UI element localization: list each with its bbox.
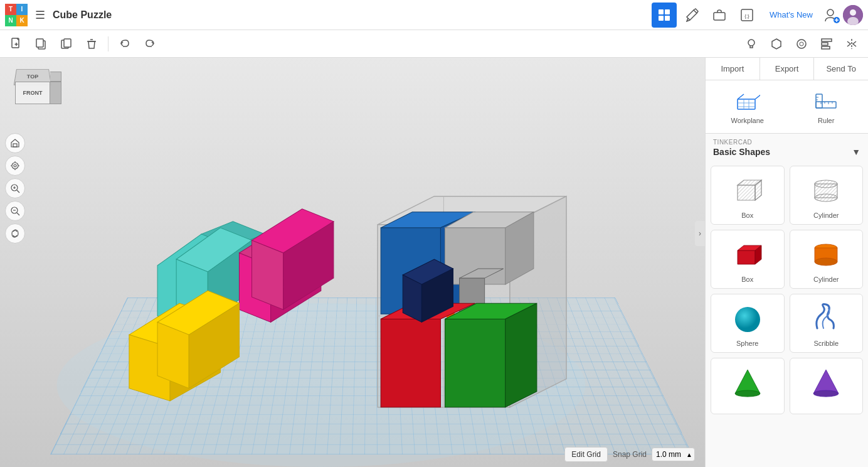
svg-marker-32: [176, 228, 251, 272]
align-btn[interactable]: [815, 33, 838, 55]
svg-line-71: [738, 94, 744, 99]
home-view-btn[interactable]: [5, 133, 25, 153]
toolbar-divider-1: [108, 36, 109, 51]
right-panel: Import Export Send To: [705, 58, 868, 467]
svg-rect-23: [13, 144, 17, 147]
shape-item-cylinder-orange[interactable]: Cylinder: [790, 230, 864, 289]
svg-marker-48: [378, 196, 566, 225]
rotate-view-btn[interactable]: [5, 223, 25, 244]
tinkercad-logo[interactable]: T I N K: [5, 4, 28, 26]
nav-icons-group: {;} What's New: [652, 3, 863, 28]
svg-marker-56: [445, 228, 505, 284]
mirror-btn[interactable]: [840, 33, 863, 55]
zoom-in-icon: [10, 183, 20, 193]
svg-marker-58: [505, 212, 534, 284]
shape-outline-btn[interactable]: [765, 33, 788, 55]
add-user-icon: [823, 6, 840, 24]
zoom-in-btn[interactable]: [5, 178, 25, 198]
code-nav-btn[interactable]: {;}: [734, 3, 760, 28]
shapes-scroll[interactable]: Box: [706, 161, 868, 467]
shape-item-cone-green[interactable]: [711, 358, 785, 414]
workplane-tool[interactable]: Workplane: [711, 85, 785, 128]
briefcase-icon: [712, 8, 726, 22]
shapes-dropdown-arrow[interactable]: ▼: [852, 147, 860, 157]
redo-btn[interactable]: [139, 33, 161, 55]
panel-top-buttons: Import Export Send To: [706, 58, 868, 80]
home-icon: [10, 138, 20, 148]
svg-rect-0: [659, 9, 664, 14]
import-button[interactable]: Import: [706, 58, 760, 80]
svg-point-101: [735, 390, 760, 397]
grid-surface: [50, 298, 692, 454]
ruler-icon: [813, 89, 839, 114]
light-bulb-btn[interactable]: [740, 33, 763, 55]
shape-item-box-red[interactable]: Box: [711, 230, 785, 289]
delete-icon: [85, 38, 98, 50]
tools-nav-btn[interactable]: [679, 3, 704, 28]
view-cube[interactable]: TOP FRONT: [10, 68, 60, 118]
user-area[interactable]: [823, 5, 863, 25]
shape-outline-icon: [770, 38, 783, 50]
shape-item-box-ghost[interactable]: Box: [711, 166, 785, 225]
svg-marker-31: [233, 234, 264, 297]
shape-item-cone-purple[interactable]: [790, 358, 864, 414]
svg-rect-78: [816, 94, 822, 108]
cylinder-orange-label: Cylinder: [813, 276, 839, 283]
edit-grid-button[interactable]: Edit Grid: [564, 447, 608, 462]
shape-item-cylinder-ghost[interactable]: Cylinder: [790, 166, 864, 225]
copy-icon: [35, 38, 48, 50]
svg-rect-20: [822, 39, 832, 41]
fit-view-btn[interactable]: [5, 156, 25, 176]
ruler-label: Ruler: [818, 117, 834, 124]
shape-item-sphere[interactable]: Sphere: [711, 294, 785, 353]
viewport-controls: [5, 133, 25, 244]
undo-icon: [119, 38, 131, 50]
main-area: TOP FRONT: [0, 58, 868, 467]
svg-rect-1: [665, 9, 670, 14]
cylinder-ghost-icon: [807, 171, 845, 209]
duplicate-btn[interactable]: [55, 33, 78, 55]
svg-marker-93: [738, 250, 755, 264]
rotate-icon: [10, 228, 20, 239]
svg-rect-4: [714, 13, 725, 20]
hamburger-menu-icon[interactable]: ☰: [35, 8, 45, 22]
viewport[interactable]: TOP FRONT: [0, 58, 705, 467]
svg-point-103: [813, 390, 839, 397]
grid-apps-nav-btn[interactable]: [652, 3, 677, 28]
cone-green-icon: [729, 363, 766, 401]
delete-btn[interactable]: [80, 33, 103, 55]
svg-point-25: [14, 164, 16, 167]
circle-outline-btn[interactable]: [790, 33, 813, 55]
svg-point-18: [797, 40, 806, 48]
cone-purple-icon: [807, 363, 845, 401]
undo-btn[interactable]: [114, 33, 136, 55]
snap-grid-select[interactable]: 1.0 mm 0.5 mm 2.0 mm: [652, 448, 695, 461]
code-icon: {;}: [740, 8, 754, 22]
shapes-header: Tinkercad Basic Shapes ▼: [706, 134, 868, 161]
send-to-button[interactable]: Send To: [814, 58, 868, 80]
workplane-label: Workplane: [731, 117, 764, 124]
duplicate-icon: [60, 38, 73, 50]
svg-marker-102: [813, 370, 839, 394]
svg-point-92: [815, 194, 837, 201]
whats-new-button[interactable]: What's New: [762, 8, 820, 22]
box-red-icon: [729, 235, 766, 273]
svg-marker-100: [735, 370, 760, 394]
target-icon: [10, 161, 20, 171]
svg-rect-16: [64, 39, 71, 47]
zoom-out-btn[interactable]: [5, 201, 25, 221]
shapes-grid: Box: [711, 166, 863, 414]
user-avatar[interactable]: [843, 5, 863, 25]
shape-item-scribble[interactable]: Scribble: [790, 294, 864, 353]
panel-collapse-button[interactable]: ›: [695, 221, 705, 246]
ruler-tool[interactable]: Ruler: [790, 85, 864, 128]
light-bulb-icon: [745, 38, 758, 50]
bottom-bar: Edit Grid Snap Grid 1.0 mm 0.5 mm 2.0 mm…: [564, 447, 695, 462]
box-red-label: Box: [741, 276, 753, 283]
export-button[interactable]: Export: [760, 58, 815, 80]
briefcase-nav-btn[interactable]: [707, 3, 732, 28]
svg-rect-70: [738, 99, 755, 109]
new-file-btn[interactable]: [5, 33, 28, 55]
workplane-icon: [735, 89, 760, 114]
copy-btn[interactable]: [30, 33, 53, 55]
